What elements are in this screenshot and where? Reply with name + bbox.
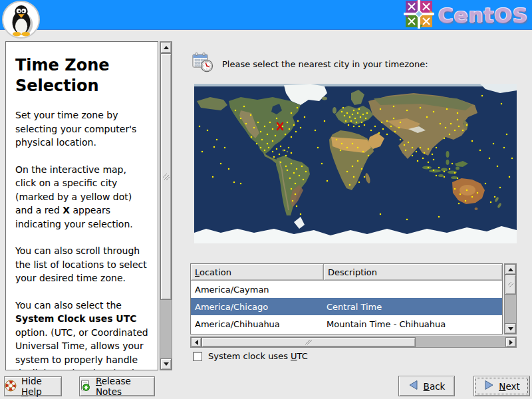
table-scroll-down-button[interactable] [505,323,516,334]
help-paragraph: Set your time zone by selecting your com… [15,108,150,150]
utc-checkbox-label[interactable]: System clock uses UTC [208,351,308,361]
cell-description: Mountain Time - Chihuahua [324,319,502,329]
back-arrow-icon [408,380,419,392]
table-header-row: Location Description [191,264,502,281]
centos-brand: CentOS [404,0,528,30]
horizontal-scroll-thumb[interactable] [201,337,416,347]
help-scrollbar[interactable] [160,41,172,370]
life-buoy-icon [5,380,17,394]
help-panel: Time Zone Selection Set your time zone b… [5,41,158,370]
release-notes-button[interactable]: Release Notes [79,376,155,396]
up-arrow-icon [164,46,169,49]
next-button[interactable]: Next [473,376,530,396]
left-arrow-icon [195,340,198,345]
release-notes-label: Release Notes [96,376,154,397]
cell-location: America/Chihuahua [191,319,324,329]
help-scroll-thumb[interactable] [160,53,172,300]
hide-help-label: Hide Help [21,376,61,397]
timezone-table: Location Description America/Cayman Amer… [190,263,503,334]
grip-icon [305,339,313,345]
system-clock-utc-checkbox[interactable] [193,352,202,361]
down-arrow-icon [164,362,169,366]
prompt-label: Please select the nearest city in your t… [222,59,428,69]
installer-window: CentOS Time Zone Selection Set your time… [0,0,532,399]
cell-location: America/Chicago [191,302,324,312]
back-button[interactable]: Back [398,376,455,396]
next-label: Next [499,381,519,392]
table-horizontal-scrollbar[interactable] [190,336,517,348]
table-scroll-thumb[interactable] [505,275,516,295]
table-row[interactable]: America/Chihuahua Mountain Time - Chihua… [191,315,502,332]
scroll-right-button[interactable] [505,337,516,347]
prompt-row: Please select the nearest city in your t… [192,52,428,76]
timezone-world-map[interactable] [194,84,517,243]
help-title: Time Zone Selection [15,55,150,96]
help-paragraph: You can also scroll through the list of … [15,244,150,285]
table-scroll-up-button[interactable] [505,264,516,275]
column-header-location[interactable]: Location [191,264,324,281]
grip-icon [507,281,514,288]
centos-star-icon [404,0,434,31]
table-row[interactable]: America/Cayman [191,281,502,298]
help-scroll-down-button[interactable] [160,358,172,370]
scroll-left-button[interactable] [191,337,201,347]
column-header-description[interactable]: Description [324,264,502,281]
back-label: Back [424,381,446,392]
help-scroll-up-button[interactable] [160,42,172,53]
down-arrow-icon [508,327,513,331]
calendar-clock-icon [192,52,214,76]
cell-location: America/Cayman [191,285,324,295]
release-notes-icon [80,380,91,394]
table-scrollbar[interactable] [504,263,517,334]
next-arrow-icon [483,380,494,392]
brand-title: CentOS [438,3,528,27]
help-paragraph: You can also select the System Clock use… [15,299,150,371]
utc-option-row: System clock uses UTC [193,351,308,361]
grip-icon [162,173,170,180]
help-paragraph: On the interactive map, click on a speci… [15,163,150,231]
up-arrow-icon [508,268,513,271]
cell-description: Central Time [324,302,502,312]
right-arrow-icon [509,340,513,345]
hide-help-button[interactable]: Hide Help [4,376,62,396]
tux-logo-icon [2,1,40,39]
table-row[interactable]: America/Chicago Central Time [191,298,502,315]
